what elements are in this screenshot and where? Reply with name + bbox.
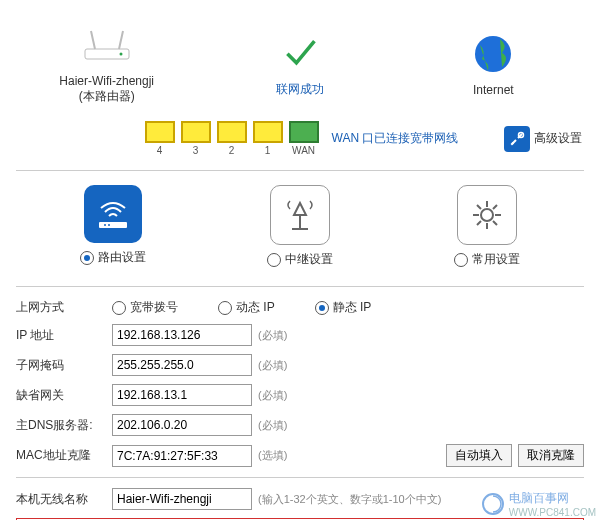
gateway-label: 缺省网关 [16,387,106,404]
wan-method-dhcp[interactable]: 动态 IP [218,299,275,316]
lan-port-3 [181,121,211,143]
checkmark-icon [282,34,318,70]
wan-method-pppoe[interactable]: 宽带拨号 [112,299,178,316]
ip-input[interactable] [112,324,252,346]
router-icon [77,25,137,65]
svg-line-2 [119,31,123,49]
globe-icon [472,33,514,75]
ip-label: IP 地址 [16,327,106,344]
watermark: 电脑百事网 WWW.PC841.COM [481,490,596,518]
svg-point-3 [119,53,122,56]
auto-fill-button[interactable]: 自动填入 [446,444,512,467]
mask-label: 子网掩码 [16,357,106,374]
wan-status-link[interactable]: WAN 口已连接宽带网线 [332,130,459,147]
divider [16,477,584,478]
mode-selector: 路由设置 中继设置 常用设置 [0,171,600,286]
svg-rect-7 [99,222,127,228]
mac-clone-input[interactable] [112,445,252,467]
svg-point-11 [483,494,503,514]
mask-input[interactable] [112,354,252,376]
wan-port [289,121,319,143]
repeat-mode-radio[interactable]: 中继设置 [267,251,333,268]
advanced-settings-link[interactable]: 高级设置 [504,126,582,152]
router-status: Haier-Wifi-zhengji (本路由器) [10,20,203,105]
svg-point-9 [108,224,110,226]
svg-line-1 [91,31,95,49]
repeat-mode-icon[interactable] [270,185,330,245]
router-subtitle: (本路由器) [10,88,203,105]
wan-method-label: 上网方式 [16,299,106,316]
internet-label: Internet [397,83,590,97]
router-name: Haier-Wifi-zhengji [10,74,203,88]
tools-icon [504,126,530,152]
svg-point-8 [104,224,106,226]
wan-method-static[interactable]: 静态 IP [315,299,372,316]
route-mode-icon[interactable] [84,185,142,243]
port-status-row: 4 3 2 1 WAN WAN 口已连接宽带网线 高级设置 [0,115,600,170]
dns-input[interactable] [112,414,252,436]
svg-point-4 [475,36,511,72]
mac-clone-label: MAC地址克隆 [16,447,106,464]
connection-status-text[interactable]: 联网成功 [203,81,396,98]
ssid-label: 本机无线名称 [16,491,106,508]
lan-port-2 [217,121,247,143]
ssid-input[interactable] [112,488,252,510]
internet-status: Internet [397,29,590,97]
gateway-input[interactable] [112,384,252,406]
dns-label: 主DNS服务器: [16,417,106,434]
watermark-icon [481,492,505,516]
lan-port-4 [145,121,175,143]
connection-status: 联网成功 [203,27,396,98]
cancel-clone-button[interactable]: 取消克隆 [518,444,584,467]
route-mode-radio[interactable]: 路由设置 [80,249,146,266]
common-mode-radio[interactable]: 常用设置 [454,251,520,268]
common-mode-icon[interactable] [457,185,517,245]
svg-point-10 [481,209,493,221]
lan-port-1 [253,121,283,143]
